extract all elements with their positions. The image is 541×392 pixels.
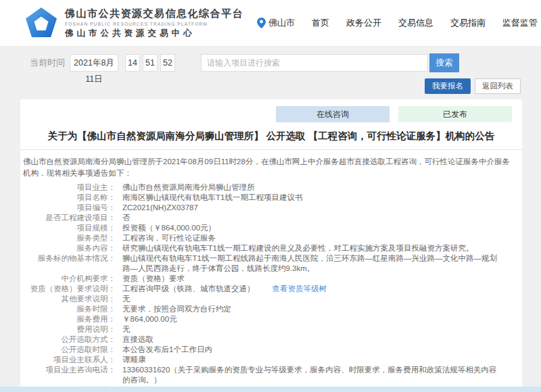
field-label: 项目业主： xyxy=(20,182,116,193)
field-value: 谭顺康 xyxy=(122,355,522,365)
field-label: 项目编号： xyxy=(20,203,116,213)
field-label: 服务类型： xyxy=(20,233,116,243)
qualification-tree-link[interactable]: 查看资质等级树 xyxy=(273,285,327,293)
current-time-label: 当前时间 xyxy=(30,57,65,69)
field-value: 投资额（￥864,000.00元） xyxy=(122,223,522,233)
hour-box: 14 xyxy=(125,54,140,72)
time-search-toolbar: 当前时间 2021年8月11日 14 51 52 搜索 xyxy=(0,53,541,72)
search-button[interactable]: 搜索 xyxy=(429,53,459,72)
field-label: 服务时限： xyxy=(20,304,116,314)
field-label: 服务内容： xyxy=(20,243,116,253)
field-value: 无 xyxy=(122,324,522,335)
brand-title: 佛山市公共资源交易信息化综合平台 xyxy=(65,7,243,20)
field-value: 无要求，按照合同双方自行约定 xyxy=(122,304,522,314)
field-label: 项目业主咨询电话： xyxy=(20,365,116,385)
page: 佛山市公共资源交易信息化综合平台 FOSHAN PUBLIC RESOURCES… xyxy=(0,0,541,392)
action-buttons: 我要报名 返回列表 xyxy=(0,78,541,94)
date-box: 2021年8月11日 xyxy=(70,54,118,72)
field-label: 其他要求说明： xyxy=(20,294,116,304)
field-value: 否 xyxy=(122,213,522,223)
field-row: 公开选取时限：本公告发布后1个工作日内 xyxy=(20,345,522,355)
notice-title: 关于为【佛山市自然资源局南海分局狮山管理所】 公开选取 【工程咨询，可行性论证服… xyxy=(20,130,522,143)
field-value: 研究狮山镇现代有轨电车T1线一期工程建设的意义及必要性，对工程实施方案及项目投融… xyxy=(122,243,522,253)
tab-online-consult[interactable]: 在线咨询 xyxy=(276,106,390,122)
signup-button[interactable]: 我要报名 xyxy=(425,78,471,94)
location-pin-icon xyxy=(257,18,266,28)
field-label: 项目业主联系人： xyxy=(20,355,116,365)
nav-item-0[interactable]: 首页 xyxy=(312,17,329,29)
field-label: 服务费用： xyxy=(20,314,116,324)
title-divider xyxy=(20,149,522,150)
brand-subtitle-cn: 佛山市公共资源交易中心 xyxy=(65,28,243,39)
notice-fields: 项目业主：佛山市自然资源局南海分局狮山管理所项目名称：南海区狮山镇现代有轨电车T… xyxy=(20,182,522,392)
field-label: 资质（资格）要求说明： xyxy=(20,284,116,294)
field-row: 是否工程建设项目：否 xyxy=(20,213,522,223)
field-value: 佛山市自然资源局南海分局狮山管理所 xyxy=(122,182,522,193)
field-value: 13360331620（关于采购服务的资质专业与等级要求，服务内容、时限要求，服… xyxy=(122,365,522,385)
bottom-bar xyxy=(0,387,541,392)
pentagon-logo-icon[interactable] xyxy=(24,6,58,40)
minute-box: 51 xyxy=(143,54,158,72)
field-row: 项目名称：南海区狮山镇现代有轨电车T1线一期工程项目建议书 xyxy=(20,193,522,203)
field-label: 服务标的物基本情况： xyxy=(20,253,116,274)
notice-intro: 佛山市自然资源局南海分局狮山管理所于2021年08月09日11时28分，在佛山市… xyxy=(23,156,517,178)
back-to-list-button[interactable]: 返回列表 xyxy=(475,78,521,94)
field-row: 项目规模：投资额（￥864,000.00元） xyxy=(20,223,522,233)
project-search-input[interactable] xyxy=(201,54,428,72)
field-value: 无 xyxy=(122,294,522,304)
nav-item-4[interactable]: 监督监管 xyxy=(502,17,538,29)
tab-published[interactable]: 已发布 xyxy=(398,106,512,122)
field-value: 工程咨询，可行性论证服务 xyxy=(122,233,522,243)
field-row: 公开选取方式：直接选取 xyxy=(20,335,522,345)
field-row: 中介机构要求：资质（资格）要求 xyxy=(20,274,522,284)
second-box: 52 xyxy=(160,54,175,72)
status-tabs: 在线咨询 已发布 xyxy=(20,99,522,122)
field-row: 服务内容：研究狮山镇现代有轨电车T1线一期工程建设的意义及必要性，对工程实施方案… xyxy=(20,243,522,253)
field-row: 其他要求说明：无 xyxy=(20,294,522,304)
field-row: 服务时限：无要求，按照合同双方自行约定 xyxy=(20,304,522,314)
field-row: 项目业主联系人：谭顺康 xyxy=(20,355,522,365)
nav-item-1[interactable]: 政务公开 xyxy=(346,17,381,29)
field-value: 直接选取 xyxy=(122,335,522,345)
notice-card: 在线咨询 已发布 关于为【佛山市自然资源局南海分局狮山管理所】 公开选取 【工程… xyxy=(20,99,522,392)
header: 佛山市公共资源交易信息化综合平台 FOSHAN PUBLIC RESOURCES… xyxy=(0,0,541,46)
field-label: 项目规模： xyxy=(20,223,116,233)
brand-block: 佛山市公共资源交易信息化综合平台 FOSHAN PUBLIC RESOURCES… xyxy=(65,7,243,39)
field-row: 项目编号：ZC2021(NH)ZX03787 xyxy=(20,203,522,213)
field-value: 狮山镇现代有轨电车T1线一期工程线路起于南海人民医院，沿三环东路—红星南路—兴业… xyxy=(122,253,522,274)
field-value: 本公告发布后1个工作日内 xyxy=(122,345,522,355)
nav-item-2[interactable]: 交易信息 xyxy=(398,17,433,29)
field-row: 资质（资格）要求说明：工程咨询甲级（铁路、城市轨道交通）查看资质等级树 xyxy=(20,284,522,294)
field-value: 工程咨询甲级（铁路、城市轨道交通）查看资质等级树 xyxy=(122,284,522,294)
field-value: ZC2021(NH)ZX03787 xyxy=(122,203,522,213)
city-selector[interactable]: 佛山市 xyxy=(257,17,295,29)
field-label: 公开选取时限： xyxy=(20,345,116,355)
field-value: 资质（资格）要求 xyxy=(122,274,522,284)
field-label: 项目名称： xyxy=(20,193,116,203)
field-value: 南海区狮山镇现代有轨电车T1线一期工程项目建议书 xyxy=(122,193,522,203)
field-label: 费用说明： xyxy=(20,324,116,335)
field-row: 费用说明：无 xyxy=(20,324,522,335)
field-label: 中介机构要求： xyxy=(20,274,116,284)
field-value: ￥864,000.00元 xyxy=(122,314,522,324)
field-label: 是否工程建设项目： xyxy=(20,213,116,223)
field-row: 服务标的物基本情况：狮山镇现代有轨电车T1线一期工程线路起于南海人民医院，沿三环… xyxy=(20,253,522,274)
field-row: 服务费用：￥864,000.00元 xyxy=(20,314,522,324)
main-nav: 首页政务公开交易信息交易指南监督监管数据统计互动交流 xyxy=(295,17,541,29)
field-row: 项目业主：佛山市自然资源局南海分局狮山管理所 xyxy=(20,182,522,193)
nav-item-3[interactable]: 交易指南 xyxy=(450,17,486,29)
field-row: 项目业主咨询电话：13360331620（关于采购服务的资质专业与等级要求，服务… xyxy=(20,365,522,385)
brand-subtitle-en: FOSHAN PUBLIC RESOURCES TRADING PLATFORM xyxy=(65,22,243,26)
field-label: 公开选取方式： xyxy=(20,335,116,345)
field-row: 服务类型：工程咨询，可行性论证服务 xyxy=(20,233,522,243)
city-label: 佛山市 xyxy=(268,17,295,29)
